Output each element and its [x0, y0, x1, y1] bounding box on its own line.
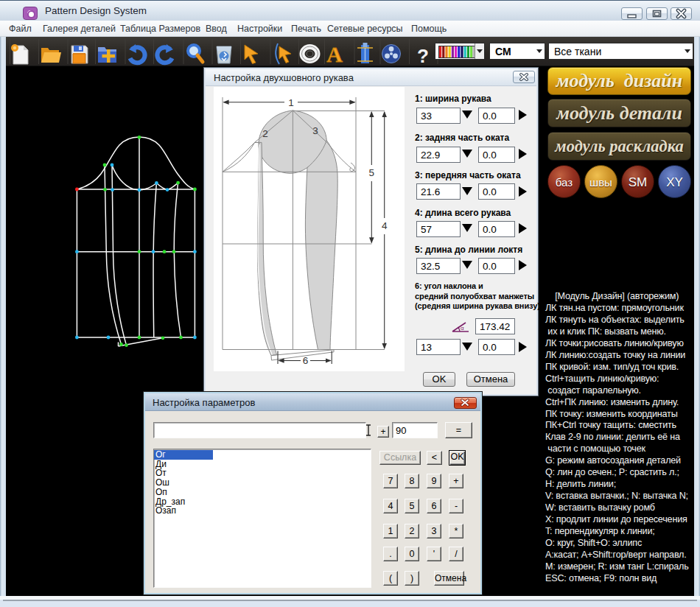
svg-text:6: 6 — [303, 355, 309, 366]
svg-text:5: 5 — [369, 167, 375, 178]
svg-text:2: 2 — [262, 128, 268, 139]
svg-text:α: α — [461, 325, 464, 331]
svg-text:A: A — [326, 42, 343, 66]
svg-text:4: 4 — [382, 220, 388, 231]
svg-text:1: 1 — [288, 97, 294, 108]
svg-text:?: ? — [417, 45, 429, 66]
svg-text:3: 3 — [312, 125, 318, 136]
